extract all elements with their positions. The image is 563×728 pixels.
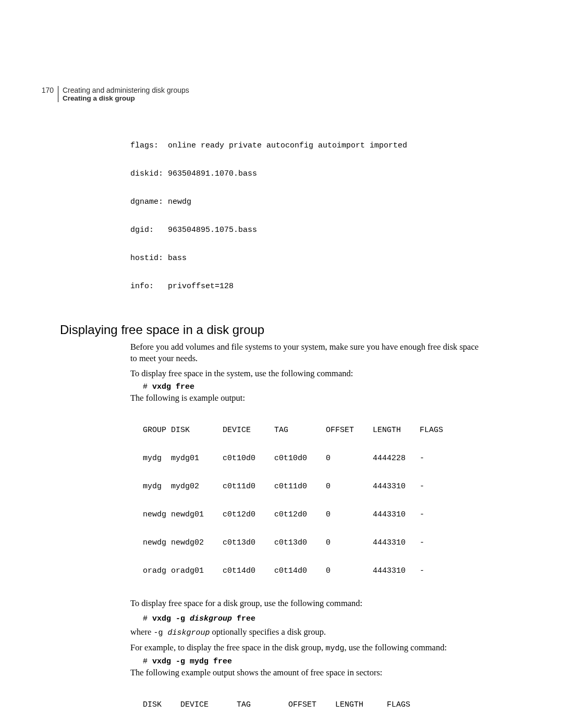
paragraph: Before you add volumes and file systems … — [130, 341, 482, 365]
paragraph: To display free space in the system, use… — [130, 368, 482, 379]
table-row: mydg mydg02 c0t11d0 c0t11d0 0 4443310 - — [143, 482, 482, 491]
page: 170 Creating and administering disk grou… — [0, 0, 563, 728]
disk-record-line: dgid: 963504895.1075.bass — [130, 226, 482, 235]
table-row: mydg mydg01 c0t10d0 c0t10d0 0 4444228 - — [143, 454, 482, 463]
paragraph: For example, to display the free space i… — [130, 642, 482, 654]
header-chapter: Creating and administering disk groups — [63, 86, 189, 94]
disk-record-line: hostid: bass — [130, 254, 482, 263]
running-header: 170 Creating and administering disk grou… — [0, 86, 189, 102]
table-row: GROUP DISK DEVICE TAG OFFSET LENGTH FLAG… — [143, 426, 482, 435]
vxdg-free-output: GROUP DISK DEVICE TAG OFFSET LENGTH FLAG… — [143, 407, 482, 595]
command-line: # vxdg -g mydg free — [143, 657, 482, 666]
paragraph: The following example output shows the a… — [130, 667, 482, 678]
header-text: Creating and administering disk groups C… — [58, 86, 189, 102]
command-line: # vxdg -g diskgroup free — [143, 614, 482, 623]
page-number: 170 — [0, 86, 58, 94]
header-section: Creating a disk group — [63, 94, 189, 102]
disk-record-line: flags: online ready private autoconfig a… — [130, 141, 482, 151]
table-row: newdg newdg02 c0t13d0 c0t13d0 0 4443310 … — [143, 538, 482, 548]
disk-record-line: dgname: newdg — [130, 198, 482, 207]
disk-record-block: flags: online ready private autoconfig a… — [130, 122, 482, 310]
table-row: oradg oradg01 c0t14d0 c0t14d0 0 4443310 … — [143, 566, 482, 576]
paragraph: where -g diskgroup optionally specifies … — [130, 626, 482, 638]
paragraph: The following is example output: — [130, 392, 482, 404]
disk-record-line: info: privoffset=128 — [130, 282, 482, 291]
table-row: newdg newdg01 c0t12d0 c0t12d0 0 4443310 … — [143, 510, 482, 520]
content: flags: online ready private autoconfig a… — [60, 122, 503, 728]
section-heading-free-space: Displaying free space in a disk group — [60, 323, 503, 337]
table-row: DISK DEVICE TAG OFFSET LENGTH FLAGS — [143, 700, 482, 710]
command-line: # vxdg free — [143, 382, 482, 391]
vxdg-group-free-output: DISK DEVICE TAG OFFSET LENGTH FLAGS mydg… — [143, 682, 482, 728]
disk-record-line: diskid: 963504891.1070.bass — [130, 169, 482, 179]
paragraph: To display free space for a disk group, … — [130, 598, 482, 609]
section1-body: Before you add volumes and file systems … — [130, 341, 482, 728]
